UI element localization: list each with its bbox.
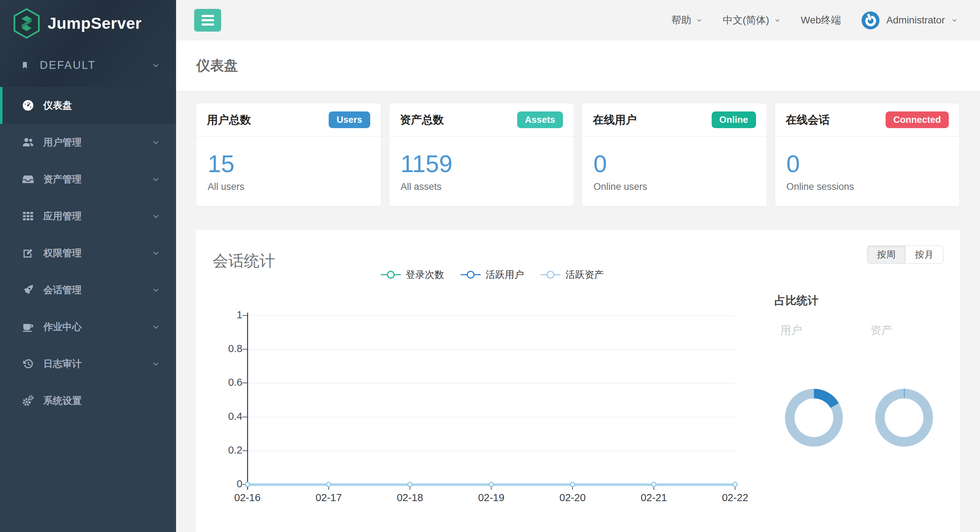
sidebar-item-label: 会话管理 xyxy=(43,284,82,296)
card-subtitle: Online users xyxy=(593,181,756,192)
y-tick xyxy=(242,417,247,418)
chevron-down-icon xyxy=(151,359,161,368)
data-point xyxy=(570,482,575,487)
y-tick-label: 0.6 xyxy=(200,376,242,388)
gauge-icon xyxy=(21,98,35,112)
rocket-icon xyxy=(21,283,35,297)
card-title: 用户总数 xyxy=(207,113,251,127)
chevron-down-icon xyxy=(151,175,161,184)
card-header: 在线用户 Online xyxy=(582,103,767,137)
help-menu[interactable]: 帮助 xyxy=(671,13,703,27)
card-body: 15 All users xyxy=(196,137,381,192)
chevron-down-icon xyxy=(151,248,161,258)
chevron-down-icon xyxy=(696,17,703,24)
session-line-chart: 00.20.40.60.8102-1602-1702-1802-1902-200… xyxy=(196,230,960,532)
card-title: 在线用户 xyxy=(593,113,637,127)
org-label: DEFAULT xyxy=(40,59,96,72)
chevron-down-icon xyxy=(151,322,161,332)
card-value: 0 xyxy=(593,152,756,176)
x-tick-label: 02-20 xyxy=(559,492,585,503)
card-title: 资产总数 xyxy=(400,113,444,127)
donut-assets xyxy=(874,387,934,448)
session-panel: 会话统计 登录次数 活跃用户 活跃资产 按周按月 00.20.40.60.810… xyxy=(196,230,960,532)
card-header: 用户总数 Users xyxy=(196,103,381,137)
username: Administrator xyxy=(886,14,945,26)
bookmark-icon xyxy=(21,60,29,70)
card-body: 0 Online users xyxy=(582,137,767,192)
y-tick-label: 0.2 xyxy=(200,444,242,456)
y-tick-label: 1 xyxy=(200,309,242,321)
stat-card-2[interactable]: 在线用户 Online 0 Online users xyxy=(582,103,767,206)
sidebar-item-label: 作业中心 xyxy=(43,321,82,333)
x-tick-label: 02-16 xyxy=(234,492,261,503)
card-subtitle: Online sessions xyxy=(787,181,949,192)
sidebar-item-dashboard[interactable]: 仪表盘 xyxy=(0,87,176,124)
card-value: 0 xyxy=(787,152,949,176)
org-selector[interactable]: DEFAULT xyxy=(0,47,176,84)
y-tick xyxy=(242,315,247,316)
y-tick xyxy=(242,383,247,383)
coffee-icon xyxy=(21,320,35,333)
chevron-down-icon xyxy=(951,17,958,24)
web-terminal-link[interactable]: Web终端 xyxy=(801,13,841,27)
chevron-down-icon xyxy=(774,17,781,24)
donut-users-label: 用户 xyxy=(780,323,802,338)
stat-card-3[interactable]: 在线会话 Connected 0 Online sessions xyxy=(775,103,960,206)
data-point xyxy=(489,482,494,487)
sidebar-item-users[interactable]: 用户管理 xyxy=(0,124,176,161)
card-subtitle: All users xyxy=(208,181,370,192)
y-tick xyxy=(242,450,247,451)
donut-assets-label: 资产 xyxy=(870,323,892,338)
ratio-title: 占比统计 xyxy=(775,293,818,308)
y-tick xyxy=(242,349,247,349)
help-label: 帮助 xyxy=(671,13,691,27)
sidebar-item-log-audit[interactable]: 日志审计 xyxy=(0,345,176,382)
card-badge: Online xyxy=(712,111,756,128)
sidebar-item-label: 权限管理 xyxy=(43,247,82,259)
sidebar-toggle-button[interactable] xyxy=(194,9,221,32)
card-value: 1159 xyxy=(401,152,563,176)
card-value: 15 xyxy=(208,152,370,176)
sidebar-item-assets[interactable]: 资产管理 xyxy=(0,161,176,198)
hamburger-icon xyxy=(202,15,214,17)
card-title: 在线会话 xyxy=(786,113,830,127)
sidebar-item-system-settings[interactable]: 系统设置 xyxy=(0,382,176,419)
sidebar-item-label: 仪表盘 xyxy=(43,99,72,112)
language-menu[interactable]: 中文(简体) xyxy=(723,13,781,27)
sidebar-item-job-center[interactable]: 作业中心 xyxy=(0,308,176,345)
grid-icon xyxy=(21,210,35,223)
data-point xyxy=(245,482,250,487)
gridline xyxy=(247,316,735,316)
y-tick-label: 0.8 xyxy=(200,343,242,354)
chevron-down-icon xyxy=(151,138,161,147)
language-label: 中文(简体) xyxy=(723,13,769,27)
edit-icon xyxy=(21,246,35,260)
inbox-icon xyxy=(21,173,35,186)
card-subtitle: All assets xyxy=(401,181,563,192)
page-header: 仪表盘 xyxy=(176,40,980,91)
user-menu[interactable]: Administrator xyxy=(861,11,958,30)
gears-icon xyxy=(21,394,35,407)
sidebar-nav: 仪表盘用户管理资产管理应用管理权限管理会话管理作业中心日志审计系统设置 xyxy=(0,87,176,419)
chevron-down-icon xyxy=(151,285,161,295)
sidebar-item-permissions[interactable]: 权限管理 xyxy=(0,235,176,272)
x-tick-label: 02-19 xyxy=(478,492,504,503)
jumpserver-logo-icon xyxy=(13,8,40,39)
x-tick-label: 02-21 xyxy=(641,492,667,503)
sidebar-item-sessions[interactable]: 会话管理 xyxy=(0,272,176,308)
stat-card-1[interactable]: 资产总数 Assets 1159 All assets xyxy=(389,103,574,206)
donut-users xyxy=(784,387,844,448)
stat-card-0[interactable]: 用户总数 Users 15 All users xyxy=(196,103,381,206)
x-tick-label: 02-18 xyxy=(397,492,423,503)
y-tick-label: 0 xyxy=(200,478,242,490)
page-title: 仪表盘 xyxy=(196,56,238,75)
topbar: 帮助 中文(简体) Web终端 Administrator xyxy=(176,0,980,40)
data-point xyxy=(326,482,331,487)
data-point xyxy=(651,482,657,487)
sidebar-item-label: 系统设置 xyxy=(43,394,82,407)
brand-logo[interactable]: JumpServer xyxy=(0,0,176,47)
sidebar-header: JumpServer DEFAULT xyxy=(0,0,176,87)
sidebar-item-label: 应用管理 xyxy=(43,210,82,222)
sidebar-item-applications[interactable]: 应用管理 xyxy=(0,198,176,235)
data-point xyxy=(407,482,413,487)
